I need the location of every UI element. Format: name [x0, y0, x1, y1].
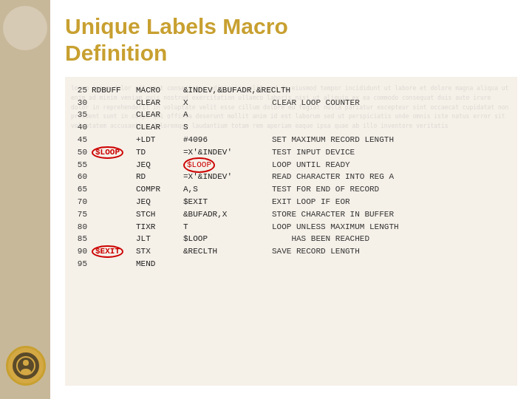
title-line1: Unique Labels Macro: [65, 14, 288, 38]
code-table: 25 RDBUFF MACRO &INDEV,&BUFADR,&RECLTH 3…: [71, 84, 511, 270]
left-strip: [0, 0, 50, 399]
operand-field: &RECLTH: [183, 245, 272, 258]
comment-field: HAS BEEN REACHED: [272, 233, 511, 245]
op-field: CLEAR: [136, 109, 183, 121]
op-field: STCH: [136, 208, 183, 221]
op-field: JEQ: [136, 196, 183, 208]
svg-point-2: [21, 369, 31, 375]
op-field: MACRO: [136, 84, 183, 97]
line-number: 65: [71, 183, 92, 196]
op-field: CLEAR: [136, 121, 183, 134]
comment-field: CLEAR LOOP COUNTER: [272, 97, 511, 109]
operand-field: S: [183, 121, 272, 134]
op-field: MEND: [136, 258, 183, 270]
label-field: RDBUFF: [92, 84, 136, 97]
line-number: 60: [71, 171, 92, 183]
comment-field: READ CHARACTER INTO REG A: [272, 171, 511, 183]
table-row: 75 STCH &BUFADR,X STORE CHARACTER IN BUF…: [71, 208, 511, 221]
operand-field: $EXIT: [183, 196, 272, 208]
operand-field: &INDEV,&BUFADR,&RECLTH: [183, 84, 272, 97]
table-row: 60 RD =X'&INDEV' READ CHARACTER INTO REG…: [71, 171, 511, 184]
op-field: TD: [136, 146, 183, 159]
line-number: 30: [71, 97, 92, 109]
table-row: 25 RDBUFF MACRO &INDEV,&BUFADR,&RECLTH: [71, 84, 511, 97]
table-row: 95 MEND: [71, 258, 511, 270]
table-row: 90 $EXIT STX &RECLTH SAVE RECORD LENGTH: [71, 245, 511, 258]
slide-container: Unique Labels Macro Definition lorem ips…: [0, 0, 532, 399]
title-line2: Definition: [65, 41, 167, 65]
line-number: 40: [71, 121, 92, 134]
line-number: 75: [71, 208, 92, 221]
op-field: COMPR: [136, 183, 183, 196]
line-number: 50: [71, 146, 92, 159]
line-number: 70: [71, 196, 92, 208]
table-row: 55 JEQ $LOOP LOOP UNTIL READY: [71, 159, 511, 171]
line-number: 35: [71, 109, 92, 121]
op-field: +LDT: [136, 134, 183, 146]
line-number: 85: [71, 233, 92, 245]
line-number: 55: [71, 159, 92, 171]
comment-field: TEST INPUT DEVICE: [272, 146, 511, 159]
code-area: lorem ipsum dolor sit amet consectetur a…: [65, 77, 517, 386]
logo-icon: [13, 352, 39, 379]
operand-field: $LOOP: [183, 233, 272, 245]
comment-field: SET MAXIMUM RECORD LENGTH: [272, 134, 511, 146]
operand-field: #4096: [183, 134, 272, 146]
main-content: Unique Labels Macro Definition lorem ips…: [50, 0, 532, 399]
table-row: 45 +LDT #4096 SET MAXIMUM RECORD LENGTH: [71, 134, 511, 146]
operand-field: &BUFADR,X: [183, 208, 272, 221]
op-field: RD: [136, 171, 183, 183]
comment-field: EXIT LOOP IF EOR: [272, 196, 511, 208]
label-field: $EXIT: [92, 245, 136, 258]
slide-title: Unique Labels Macro Definition: [65, 13, 517, 66]
label-field: $LOOP: [92, 146, 136, 159]
svg-point-1: [23, 360, 29, 366]
op-field: CLEAR: [136, 97, 183, 109]
table-row: 70 JEQ $EXIT EXIT LOOP IF EOR: [71, 196, 511, 208]
table-row: 85 JLT $LOOP HAS BEEN REACHED: [71, 233, 511, 246]
op-field: JEQ: [136, 159, 183, 171]
operand-field: A,S: [183, 183, 272, 196]
op-field: STX: [136, 245, 183, 258]
table-row: 30 CLEAR X CLEAR LOOP COUNTER: [71, 97, 511, 109]
table-row: 40 CLEAR S: [71, 121, 511, 134]
table-row: 35 CLEAR A: [71, 109, 511, 122]
comment-field: TEST FOR END OF RECORD: [272, 183, 511, 196]
logo-area: [6, 346, 46, 386]
op-field: JLT: [136, 233, 183, 245]
table-row: 50 $LOOP TD =X'&INDEV' TEST INPUT DEVICE: [71, 146, 511, 159]
circled-label-loop: $LOOP: [92, 146, 123, 159]
comment-field: LOOP UNTIL READY: [272, 159, 511, 171]
table-row: 65 COMPR A,S TEST FOR END OF RECORD: [71, 183, 511, 196]
operand-field: A: [183, 109, 272, 121]
line-number: 25: [71, 84, 92, 97]
comment-field: SAVE RECORD LENGTH: [272, 245, 511, 258]
line-number: 80: [71, 221, 92, 233]
line-number: 90: [71, 245, 92, 258]
logo-svg: [16, 355, 36, 376]
operand-field: T: [183, 221, 272, 233]
operand-field: =X'&INDEV': [183, 171, 272, 183]
op-field: TIXR: [136, 221, 183, 233]
table-row: 80 TIXR T LOOP UNLESS MAXIMUM LENGTH: [71, 221, 511, 233]
circled-label-exit: $EXIT: [92, 245, 123, 258]
operand-field: X: [183, 97, 272, 109]
line-number: 95: [71, 258, 92, 270]
comment-field: LOOP UNLESS MAXIMUM LENGTH: [272, 221, 511, 233]
circle-decoration: [3, 6, 47, 50]
comment-field: STORE CHARACTER IN BUFFER: [272, 208, 511, 221]
line-number: 45: [71, 134, 92, 146]
